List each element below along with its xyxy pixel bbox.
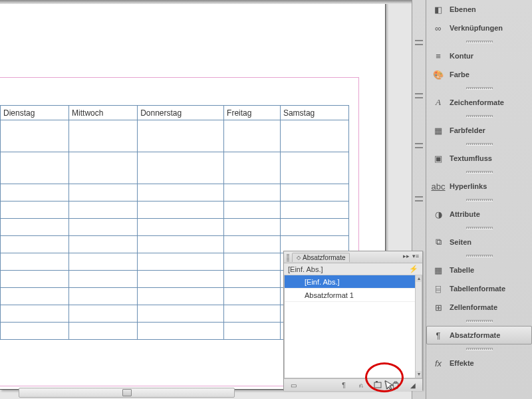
panel-label: Tabelle — [450, 266, 474, 274]
rail-grip-icon — [415, 143, 423, 148]
table-row — [1, 120, 349, 152]
panel-label: Tabellenformate — [450, 285, 505, 293]
color-icon: 🎨 — [432, 68, 444, 80]
clear-override-icon[interactable]: ⎌ — [354, 380, 368, 390]
panel-button-tabellenformate[interactable]: ⌸Tabellenformate — [426, 279, 532, 298]
table-row — [1, 201, 349, 219]
panel-separator — [426, 168, 532, 177]
panel-label: Absatzformate — [450, 331, 500, 339]
panel-label: Attribute — [450, 210, 480, 218]
panel-separator — [426, 317, 532, 326]
attributes-icon: ◑ — [432, 208, 444, 220]
svg-rect-1 — [376, 381, 378, 382]
svg-rect-0 — [374, 382, 381, 388]
links-icon: ∞ — [432, 22, 444, 34]
panel-button-ebenen[interactable]: ◧Ebenen — [426, 0, 532, 19]
panel-separator — [426, 196, 532, 205]
panel-separator — [426, 344, 532, 354]
paragraph-styles-panel[interactable]: ◇ Absatzformate ▸▸ ▾≡ [Einf. Abs.] ⚡ [Ei… — [283, 251, 423, 390]
panel-label: Farbfelder — [450, 126, 485, 134]
panel-label: Verknüpfungen — [450, 24, 503, 32]
effects-icon: fx — [432, 357, 444, 369]
col-header[interactable]: Samstag — [280, 106, 348, 120]
col-header[interactable]: Freitag — [224, 106, 281, 120]
panel-label: Hyperlinks — [450, 182, 487, 190]
table-styles-icon: ⌸ — [432, 283, 444, 295]
new-style-button[interactable] — [372, 380, 385, 390]
panel-button-absatzformate[interactable]: ¶Absatzformate — [426, 326, 532, 344]
panel-footer: ▭ ¶ ⎌ ◢ — [284, 378, 422, 391]
scrollbar-thumb[interactable] — [122, 389, 132, 396]
panel-button-farbfelder[interactable]: ▦Farbfelder — [426, 121, 532, 140]
stroke-icon: ≡ — [432, 50, 444, 62]
panel-tab-label: Absatzformate — [303, 254, 345, 261]
panel-label: Kontur — [450, 52, 473, 60]
current-style-label: [Einf. Abs.] — [288, 265, 323, 273]
resize-grip-icon[interactable]: ◢ — [406, 380, 420, 390]
panel-button-effekte[interactable]: fxEffekte — [426, 354, 532, 372]
pages-icon: ⧉ — [432, 236, 444, 248]
cell-styles-icon: ⊞ — [432, 301, 444, 313]
collapse-icon[interactable]: ▸▸ — [402, 253, 410, 261]
char-styles-icon: A — [432, 96, 444, 108]
panel-dock: ◧Ebenen∞Verknüpfungen≡Kontur🎨FarbeAZeich… — [426, 0, 532, 399]
style-list[interactable]: [Einf. Abs.]Absatzformat 1 ▴ ▾ — [284, 275, 422, 378]
panel-separator — [426, 251, 532, 261]
hyperlinks-icon: abc — [432, 180, 444, 192]
panel-separator — [426, 112, 532, 121]
table-row — [1, 152, 349, 184]
quick-apply-icon[interactable]: ⚡ — [409, 265, 418, 273]
col-header[interactable]: Mittwoch — [69, 106, 138, 120]
panel-button-kontur[interactable]: ≡Kontur — [426, 47, 532, 65]
col-header[interactable]: Donnerstag — [138, 106, 224, 120]
updown-icon: ◇ — [297, 255, 301, 261]
paragraph-icon[interactable]: ¶ — [337, 380, 350, 390]
scroll-down-icon[interactable]: ▾ — [416, 371, 422, 378]
panel-separator — [426, 37, 532, 47]
menu-icon[interactable]: ▾≡ — [412, 253, 420, 261]
panel-label: Farbe — [450, 70, 469, 78]
panel-button-textumfluss[interactable]: ▣Textumfluss — [426, 149, 532, 168]
panel-button-verkn-pfungen[interactable]: ∞Verknüpfungen — [426, 19, 532, 37]
panel-button-seiten[interactable]: ⧉Seiten — [426, 233, 532, 251]
style-row[interactable]: [Einf. Abs.] — [285, 275, 422, 289]
panel-label: Zeichenformate — [450, 98, 504, 106]
horizontal-scrollbar[interactable] — [19, 388, 235, 398]
panel-subheader: [Einf. Abs.] ⚡ — [284, 263, 422, 275]
folder-icon[interactable]: ▭ — [287, 380, 300, 390]
panel-separator — [426, 223, 532, 233]
panel-tab[interactable]: ◇ Absatzformate — [292, 253, 350, 262]
panel-titlebar[interactable]: ◇ Absatzformate ▸▸ ▾≡ — [284, 251, 422, 263]
panel-label: Ebenen — [450, 5, 476, 13]
panel-button-zellenformate[interactable]: ⊞Zellenformate — [426, 298, 532, 317]
rail-grip-icon — [415, 196, 423, 201]
panel-label: Effekte — [450, 359, 474, 367]
panel-button-tabelle[interactable]: ▦Tabelle — [426, 261, 532, 279]
grip-icon — [287, 253, 289, 261]
para-styles-icon: ¶ — [432, 329, 444, 341]
panel-separator — [426, 84, 532, 93]
table-row — [1, 184, 349, 201]
table-header-row: Dienstag Mittwoch Donnerstag Freitag Sam… — [1, 106, 349, 120]
layers-icon: ◧ — [432, 3, 444, 15]
rail-grip-icon — [415, 93, 423, 98]
panel-button-hyperlinks[interactable]: abcHyperlinks — [426, 177, 532, 196]
textwrap-icon: ▣ — [432, 152, 444, 164]
scroll-up-icon[interactable]: ▴ — [416, 275, 422, 282]
panel-button-farbe[interactable]: 🎨Farbe — [426, 65, 532, 84]
table-icon: ▦ — [432, 264, 444, 276]
style-row[interactable]: Absatzformat 1 — [285, 289, 422, 302]
panel-label: Textumfluss — [450, 154, 492, 162]
table-row — [1, 219, 349, 236]
panel-separator — [426, 140, 532, 149]
panel-label: Seiten — [450, 238, 471, 246]
panel-button-zeichenformate[interactable]: AZeichenformate — [426, 93, 532, 112]
panel-label: Zellenformate — [450, 303, 497, 311]
col-header[interactable]: Dienstag — [1, 106, 69, 120]
list-scrollbar[interactable]: ▴ ▾ — [415, 275, 422, 378]
panel-button-attribute[interactable]: ◑Attribute — [426, 205, 532, 223]
swatches-icon: ▦ — [432, 124, 444, 136]
rail-grip-icon — [415, 40, 423, 45]
